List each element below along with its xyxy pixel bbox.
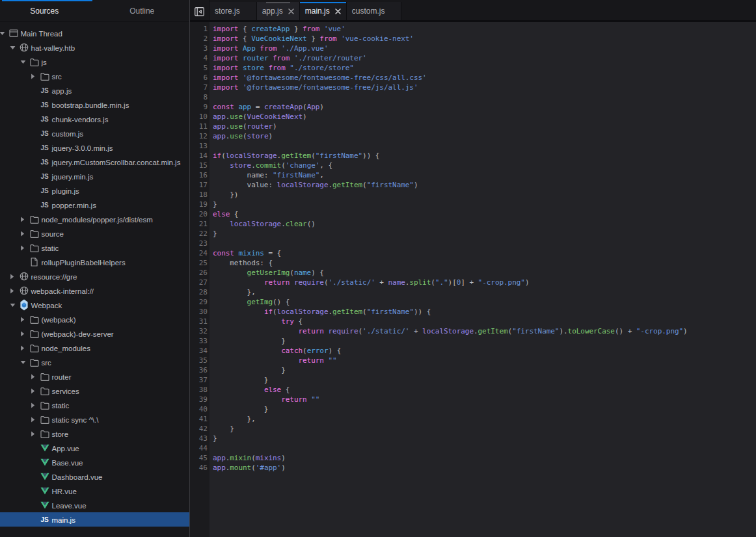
tree-item-dashboard.vue[interactable]: Dashboard.vue	[0, 469, 189, 484]
tree-item--webpack-dev-server[interactable]: (webpack)-dev-server	[0, 326, 189, 341]
line-number[interactable]: 21	[190, 219, 208, 229]
collapse-sidebar-button[interactable]	[190, 0, 209, 20]
line-number[interactable]: 26	[190, 268, 208, 278]
line-number[interactable]: 1	[190, 24, 208, 34]
tree-item-rolluppluginbabelhelpers[interactable]: rollupPluginBabelHelpers	[0, 255, 189, 269]
line-number[interactable]: 33	[190, 336, 208, 346]
line-number[interactable]: 9	[190, 102, 208, 112]
line-number[interactable]: 38	[190, 385, 208, 395]
line-number[interactable]: 43	[190, 434, 208, 443]
line-number[interactable]: 18	[190, 190, 208, 200]
line-number[interactable]: 13	[190, 141, 208, 151]
tree-item-hr.vue[interactable]: HR.vue	[0, 484, 189, 498]
tree-item-source[interactable]: source	[0, 226, 189, 241]
line-number[interactable]: 2	[190, 34, 208, 44]
line-number[interactable]: 19	[190, 200, 208, 209]
line-number[interactable]: 27	[190, 278, 208, 287]
line-number[interactable]: 36	[190, 365, 208, 375]
tree-item-jquery.mcustomscrollbar.concat.min.js[interactable]: JSjquery.mCustomScrollbar.concat.min.js	[0, 155, 189, 169]
line-number[interactable]: 35	[190, 356, 208, 365]
tree-item-static-sync-.-[interactable]: static sync ^\.\	[0, 412, 189, 426]
tree-item-app.vue[interactable]: App.vue	[0, 441, 189, 455]
line-number[interactable]: 20	[190, 209, 208, 219]
line-number[interactable]: 37	[190, 375, 208, 385]
tab-close-button[interactable]	[334, 7, 343, 16]
tree-item--webpack-[interactable]: (webpack)	[0, 312, 189, 326]
tree-twisty[interactable]	[22, 341, 30, 355]
tree-twisty[interactable]	[33, 412, 40, 426]
line-number[interactable]: 25	[190, 258, 208, 268]
line-number[interactable]: 11	[190, 122, 208, 131]
tree-item-src[interactable]: src	[0, 355, 189, 369]
tree-twisty[interactable]	[12, 269, 20, 283]
line-number[interactable]: 16	[190, 170, 208, 180]
editor-tab-store.js[interactable]: store.js	[209, 2, 257, 20]
tree-twisty[interactable]	[22, 312, 30, 326]
editor-tab-app.js[interactable]: app.js	[257, 2, 300, 20]
line-number[interactable]: 24	[190, 248, 208, 258]
line-number[interactable]: 45	[190, 453, 208, 463]
line-number[interactable]: 29	[190, 297, 208, 307]
line-number[interactable]: 44	[190, 443, 208, 453]
line-number[interactable]: 15	[190, 161, 208, 170]
tree-item-popper.min.js[interactable]: JSpopper.min.js	[0, 198, 189, 212]
tree-item-jquery-3.0.0.min.js[interactable]: JSjquery-3.0.0.min.js	[0, 140, 189, 155]
tree-twisty[interactable]	[33, 398, 40, 412]
line-number[interactable]: 3	[190, 44, 208, 53]
tree-item-store[interactable]: store	[0, 426, 189, 441]
editor-tab-main.js[interactable]: main.js	[300, 2, 347, 20]
tree-twisty[interactable]	[12, 298, 20, 312]
tree-twisty[interactable]	[33, 369, 40, 384]
editor-tab-custom.js[interactable]: custom.js	[347, 2, 402, 20]
tab-outline[interactable]: Outline	[95, 0, 190, 21]
tree-item-base.vue[interactable]: Base.vue	[0, 455, 189, 469]
line-number[interactable]: 28	[190, 287, 208, 297]
line-number[interactable]: 10	[190, 112, 208, 122]
tree-twisty[interactable]	[22, 326, 30, 341]
line-number[interactable]: 8	[190, 92, 208, 102]
tree-twisty[interactable]	[33, 426, 40, 441]
tree-item-src[interactable]: src	[0, 69, 189, 83]
tree-item-webpack-internal-[interactable]: webpack-internal://	[0, 283, 189, 298]
line-number[interactable]: 31	[190, 317, 208, 326]
tree-item-app.js[interactable]: JSapp.js	[0, 83, 189, 98]
tree-twisty[interactable]	[22, 55, 30, 69]
line-number[interactable]: 22	[190, 229, 208, 239]
tree-twisty[interactable]	[12, 40, 20, 55]
line-number[interactable]: 6	[190, 73, 208, 83]
tree-item-chunk-vendors.js[interactable]: JSchunk-vendors.js	[0, 112, 189, 126]
tree-twisty[interactable]	[22, 355, 30, 369]
tree-twisty[interactable]	[22, 226, 30, 241]
tree-item-hat-valley.htb[interactable]: hat-valley.htb	[0, 40, 189, 55]
tree-twisty[interactable]	[22, 241, 30, 255]
tree-item-static[interactable]: static	[0, 398, 189, 412]
tree-item-node-modules[interactable]: node_modules	[0, 341, 189, 355]
line-number[interactable]: 32	[190, 326, 208, 336]
tree-item-main-thread[interactable]: Main Thread	[0, 26, 189, 40]
tree-item-jquery.min.js[interactable]: JSjquery.min.js	[0, 169, 189, 183]
tree-item-router[interactable]: router	[0, 369, 189, 384]
tree-twisty[interactable]	[22, 212, 30, 226]
line-number[interactable]: 23	[190, 239, 208, 248]
line-number[interactable]: 39	[190, 395, 208, 404]
line-number[interactable]: 42	[190, 424, 208, 434]
line-number[interactable]: 41	[190, 414, 208, 424]
tree-item-js[interactable]: js	[0, 55, 189, 69]
tree-twisty[interactable]	[33, 69, 40, 83]
line-number[interactable]: 30	[190, 307, 208, 317]
line-number[interactable]: 5	[190, 63, 208, 73]
tree-item-services[interactable]: services	[0, 384, 189, 398]
tree-item-webpack[interactable]: Webpack	[0, 298, 189, 312]
tree-item-static[interactable]: static	[0, 241, 189, 255]
tab-close-button[interactable]	[287, 7, 296, 16]
line-number[interactable]: 12	[190, 131, 208, 141]
source-editor[interactable]: 1234567891011121314151617181920212223242…	[190, 22, 756, 537]
tree-twisty[interactable]	[1, 26, 9, 40]
line-number[interactable]: 34	[190, 346, 208, 356]
tab-sources[interactable]: Sources	[0, 0, 95, 21]
tree-twisty[interactable]	[33, 384, 40, 398]
tree-item-plugin.js[interactable]: JSplugin.js	[0, 183, 189, 198]
line-number[interactable]: 7	[190, 83, 208, 92]
tree-item-bootstrap.bundle.min.js[interactable]: JSbootstrap.bundle.min.js	[0, 98, 189, 112]
tree-twisty[interactable]	[12, 283, 20, 298]
